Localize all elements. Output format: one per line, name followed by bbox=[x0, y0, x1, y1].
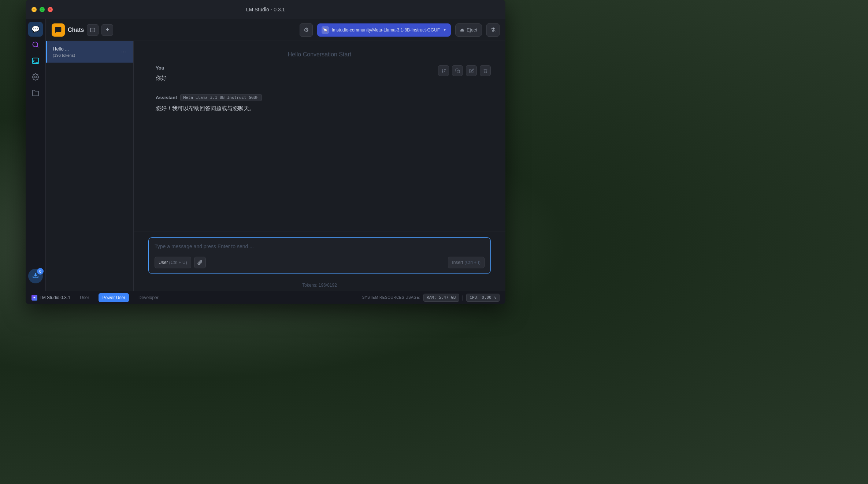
chat-sidebar: Hello ... (196 tokens) ··· bbox=[46, 41, 134, 291]
insert-shortcut: (Ctrl + I) bbox=[464, 260, 481, 265]
telescope-icon bbox=[32, 41, 39, 50]
user-message-content: 你好 bbox=[156, 74, 483, 82]
insert-label: Insert bbox=[452, 260, 463, 265]
input-footer: User (Ctrl + U) bbox=[155, 257, 485, 268]
input-placeholder: Type a message and press Enter to send .… bbox=[155, 243, 254, 249]
sidebar-item-telescope[interactable] bbox=[28, 38, 43, 53]
branch-button[interactable] bbox=[438, 65, 449, 76]
input-area: Type a message and press Enter to send .… bbox=[134, 231, 505, 280]
close-button[interactable]: ✕ bbox=[48, 7, 53, 12]
flask-icon: ⚗ bbox=[490, 26, 496, 33]
chat-main: Hello Conversation Start You 你好 bbox=[134, 41, 505, 291]
copy-button[interactable] bbox=[452, 65, 463, 76]
settings-button[interactable]: ⚙ bbox=[300, 23, 313, 37]
chat-item-info: Hello ... (196 tokens) bbox=[53, 46, 120, 57]
conversation-title: Hello Conversation Start bbox=[134, 41, 505, 65]
terminal-icon bbox=[32, 57, 39, 66]
add-chat-button[interactable]: + bbox=[101, 24, 113, 36]
assistant-label: Assistant Meta-Llama-3.1-8B-Instruct-GGU… bbox=[156, 94, 483, 101]
plus-icon: + bbox=[105, 26, 110, 34]
message-block-assistant: Assistant Meta-Llama-3.1-8B-Instruct-GGU… bbox=[156, 94, 483, 113]
app-name-label: LM Studio 0.3.1 bbox=[40, 295, 70, 300]
message-block-user: You 你好 bbox=[156, 65, 483, 82]
status-bar: ✦ LM Studio 0.3.1 User Power User Develo… bbox=[26, 291, 505, 304]
status-tab-developer[interactable]: Developer bbox=[135, 293, 162, 302]
svg-point-10 bbox=[442, 71, 443, 72]
assistant-model-badge: Meta-Llama-3.1-8B-Instruct-GGUF bbox=[180, 94, 262, 101]
chevron-down-icon: ▼ bbox=[443, 28, 446, 32]
svg-point-4 bbox=[35, 76, 37, 78]
token-status: Tokens: 196/8192 bbox=[134, 280, 505, 291]
sidebar-item-chat[interactable]: 💬 bbox=[28, 22, 43, 37]
svg-point-0 bbox=[33, 42, 38, 46]
insert-button[interactable]: Insert (Ctrl + I) bbox=[448, 257, 485, 268]
cpu-usage-badge: CPU: 0.00 % bbox=[466, 294, 500, 302]
model-name: lmstudio-community/Meta-Llama-3.1-8B-Ins… bbox=[332, 27, 440, 33]
delete-button[interactable] bbox=[480, 65, 491, 76]
download-badge: 0 bbox=[37, 268, 44, 275]
icon-sidebar: 💬 bbox=[26, 19, 46, 291]
assistant-sender-label: Assistant bbox=[156, 95, 177, 100]
svg-rect-11 bbox=[457, 70, 459, 72]
sidebar-item-folder[interactable] bbox=[28, 86, 43, 101]
ram-usage-badge: RAM: 5.47 GB bbox=[423, 294, 459, 302]
edit-button[interactable] bbox=[466, 65, 477, 76]
gear-icon bbox=[32, 73, 39, 82]
model-icon: 🦙 bbox=[322, 26, 329, 34]
window-title: LM Studio - 0.3.1 bbox=[246, 7, 285, 12]
model-selector[interactable]: 🦙 lmstudio-community/Meta-Llama-3.1-8B-I… bbox=[317, 23, 451, 37]
window-controls: ─ □ ✕ bbox=[31, 7, 53, 12]
message-actions bbox=[438, 65, 491, 76]
input-box: Type a message and press Enter to send .… bbox=[148, 237, 491, 274]
chat-item-tokens: (196 tokens) bbox=[53, 53, 120, 57]
eject-button[interactable]: ⏏ Eject bbox=[455, 23, 482, 37]
usage-divider: | bbox=[462, 295, 464, 301]
input-footer-left: User (Ctrl + U) bbox=[155, 257, 206, 268]
chat-item[interactable]: Hello ... (196 tokens) ··· bbox=[46, 41, 133, 63]
folder-icon bbox=[32, 89, 39, 98]
header-left: Chats + bbox=[52, 23, 113, 37]
download-button[interactable]: 0 bbox=[28, 269, 43, 283]
sidebar-item-settings[interactable] bbox=[28, 70, 43, 85]
flask-button[interactable]: ⚗ bbox=[486, 23, 500, 37]
user-role-button[interactable]: User (Ctrl + U) bbox=[155, 257, 191, 268]
status-tab-power-user[interactable]: Power User bbox=[99, 293, 129, 302]
new-chat-icon-btn[interactable] bbox=[87, 24, 99, 36]
chat-item-name: Hello ... bbox=[53, 46, 120, 52]
status-logo: ✦ LM Studio 0.3.1 bbox=[31, 295, 70, 301]
minimize-button[interactable]: ─ bbox=[31, 7, 37, 12]
settings-gear-icon: ⚙ bbox=[304, 26, 309, 33]
header-chat-icon bbox=[52, 23, 65, 37]
svg-line-1 bbox=[37, 46, 38, 47]
message-input[interactable]: Type a message and press Enter to send .… bbox=[155, 243, 485, 252]
title-bar: ─ □ ✕ LM Studio - 0.3.1 bbox=[26, 0, 505, 19]
messages-area: You 你好 bbox=[134, 65, 505, 231]
attach-button[interactable] bbox=[194, 257, 206, 268]
eject-label: Eject bbox=[467, 27, 477, 33]
lm-studio-logo-icon: ✦ bbox=[31, 295, 37, 301]
status-tab-user[interactable]: User bbox=[76, 293, 93, 302]
system-usage: SYSTEM RESOURCES USAGE: RAM: 5.47 GB | C… bbox=[362, 294, 500, 302]
eject-icon: ⏏ bbox=[460, 27, 464, 33]
svg-point-9 bbox=[444, 69, 445, 70]
user-sender-label: You bbox=[156, 65, 483, 71]
user-role-label: User (Ctrl + U) bbox=[159, 260, 187, 265]
header-title: Chats bbox=[68, 27, 84, 33]
system-resources-label: SYSTEM RESOURCES USAGE: bbox=[362, 295, 420, 299]
sidebar-item-terminal[interactable] bbox=[28, 54, 43, 69]
chat-item-menu-button[interactable]: ··· bbox=[120, 48, 127, 56]
header-bar: Chats + ⚙ 🦙 lmstudio-com bbox=[46, 19, 505, 41]
chat-icon: 💬 bbox=[31, 25, 40, 33]
assistant-message-content: 您好！我可以帮助回答问题或与您聊天。 bbox=[156, 104, 483, 113]
maximize-button[interactable]: □ bbox=[40, 7, 45, 12]
